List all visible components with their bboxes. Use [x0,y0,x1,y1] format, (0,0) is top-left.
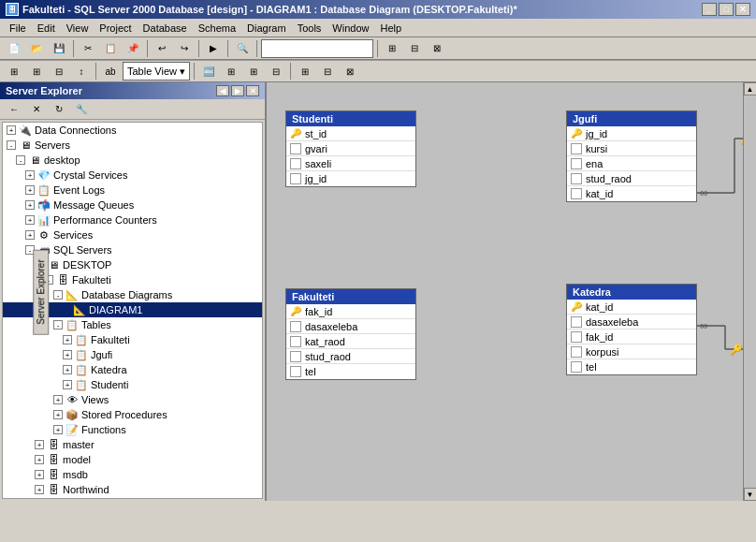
tree-stored-procedures[interactable]: + 📦 Stored Procedures [3,407,262,422]
tb2-4[interactable]: ↕ [71,62,92,81]
tree-table-studenti[interactable]: + 📋 Studenti [3,377,262,392]
expand-events[interactable]: + [25,185,35,195]
se-nav-right[interactable]: ▶ [231,85,244,96]
tree-northwind[interactable]: + 🗄 Northwind [3,482,262,497]
tree-table-katedra[interactable]: + 📋 Katedra [3,362,262,377]
tree-msdb[interactable]: + 🗄 msdb [3,467,262,482]
menu-view[interactable]: View [61,21,94,36]
menu-window[interactable]: Window [327,21,374,36]
copy-btn[interactable]: 📋 [100,39,121,58]
menu-edit[interactable]: Edit [32,21,61,36]
studenti-header: Studenti [286,111,415,126]
expand-desktop[interactable]: - [16,155,25,165]
menu-project[interactable]: Project [94,21,137,36]
expand-views[interactable]: + [53,395,63,404]
expand-table-katedra[interactable]: + [63,365,72,374]
menu-database[interactable]: Database [138,21,193,36]
tb2-3[interactable]: ⊟ [49,62,69,81]
tree-table-jgufi[interactable]: + 📋 Jgufi [3,347,262,362]
field-icon-studraod [571,173,582,184]
redo-btn[interactable]: ↪ [174,39,195,58]
tb2-12[interactable]: ⊠ [340,62,360,81]
tb2-7[interactable]: ⊞ [221,62,241,81]
undo-btn[interactable]: ↩ [152,39,172,58]
search-input[interactable] [261,39,373,58]
menu-schema[interactable]: Schema [193,21,241,36]
expand-services[interactable]: + [25,230,35,240]
expand-functions[interactable]: + [53,425,63,434]
tree-servers[interactable]: - 🖥 Servers [3,138,262,153]
expand-stored-procs[interactable]: + [53,410,63,419]
table-studenti-widget[interactable]: Studenti 🔑 st_id gvari saxeli jg_id [285,110,416,187]
tree-crystal-services[interactable]: + 💎 Crystal Services [3,168,262,183]
expand-master[interactable]: + [35,440,44,449]
menu-tools[interactable]: Tools [292,21,327,36]
tb2-6[interactable]: 🔤 [198,62,219,81]
expand-northwind[interactable]: + [35,485,44,494]
save-btn[interactable]: 💾 [49,39,69,58]
tb2-10[interactable]: ⊞ [295,62,315,81]
expand-table-fak[interactable]: + [63,335,72,344]
expand-perf[interactable]: + [25,215,35,225]
new-btn[interactable]: 📄 [4,39,24,58]
expand-data-connections[interactable]: + [7,125,16,135]
se-refresh-btn[interactable]: ↻ [49,100,69,119]
tb-extra3[interactable]: ⊠ [427,39,447,58]
se-close[interactable]: ✕ [246,85,259,96]
tree-data-connections[interactable]: + 🔌 Data Connections [3,123,262,138]
server-explorer-tab[interactable]: Server Explorer [33,249,49,334]
run-btn[interactable]: ▶ [203,39,224,58]
tree-model[interactable]: + 🗄 model [3,452,262,467]
expand-table-jgufi[interactable]: + [63,350,72,359]
se-nav-left[interactable]: ◀ [216,85,229,96]
tree-services[interactable]: + ⚙ Services [3,227,262,242]
table-jgufi-widget[interactable]: Jgufi 🔑 jg_id kursi ena stud_raod kat_id [566,110,697,202]
close-button[interactable]: ✕ [735,3,750,16]
open-btn[interactable]: 📂 [26,39,47,58]
expand-diagrams[interactable]: - [53,290,63,300]
tb-extra1[interactable]: ⊞ [382,39,402,58]
expand-table-studenti[interactable]: + [63,380,72,389]
expand-msdb[interactable]: + [35,470,44,479]
northwind-label: Northwind [63,484,109,495]
expand-servers[interactable]: - [7,140,16,150]
table-katedra-widget[interactable]: Katedra 🔑 kat_id dasaxeleba fak_id korpu… [566,284,697,375]
tb2-1[interactable]: ⊞ [4,62,24,81]
tree-desktop[interactable]: - 🖥 desktop [3,153,262,168]
minimize-button[interactable]: _ [702,3,717,16]
tree-event-logs[interactable]: + 📋 Event Logs [3,183,262,198]
tb2-9[interactable]: ⊟ [266,62,286,81]
expand-messages[interactable]: + [25,200,35,210]
tree-views[interactable]: + 👁 Views [3,392,262,407]
se-back-btn[interactable]: ← [4,100,24,119]
diagram-area[interactable]: ∞ 🔑 ∞ 🔑 ∞ 🔑 Studenti 🔑 st_id [267,82,756,501]
maximize-button[interactable]: □ [719,3,734,16]
tb2-8[interactable]: ⊞ [243,62,264,81]
se-props-btn[interactable]: 🔧 [71,100,92,119]
tb2-5[interactable]: ab [100,62,121,81]
zoom-btn[interactable]: 🔍 [232,39,253,58]
tree-pubs[interactable]: + 🗄 pubs [3,497,262,499]
scroll-up-arrow[interactable]: ▲ [744,82,757,95]
menu-help[interactable]: Help [374,21,407,36]
tree-performance-counters[interactable]: + 📊 Performance Counters [3,212,262,227]
cut-btn[interactable]: ✂ [78,39,98,58]
paste-btn[interactable]: 📌 [123,39,143,58]
menu-file[interactable]: File [4,21,32,36]
expand-crystal[interactable]: + [25,170,35,180]
scrollbar-vertical[interactable]: ▲ ▼ [743,82,756,501]
se-stop-btn[interactable]: ✕ [26,100,47,119]
table-view-dropdown[interactable]: Table View ▾ [123,62,190,81]
scroll-down-arrow[interactable]: ▼ [744,488,757,501]
table-fakulteti-widget[interactable]: Fakulteti 🔑 fak_id dasaxeleba kat_raod s… [285,288,416,380]
tb2-11[interactable]: ⊟ [317,62,338,81]
menu-diagram[interactable]: Diagram [241,21,292,36]
tree-master[interactable]: + 🗄 master [3,437,262,452]
tb2-2[interactable]: ⊞ [26,62,47,81]
tree-message-queues[interactable]: + 📬 Message Queues [3,198,262,212]
expand-model[interactable]: + [35,455,44,464]
expand-tables[interactable]: - [53,320,63,330]
tree-functions[interactable]: + 📝 Functions [3,422,262,437]
tb-extra2[interactable]: ⊟ [404,39,425,58]
scroll-track[interactable] [744,95,756,488]
